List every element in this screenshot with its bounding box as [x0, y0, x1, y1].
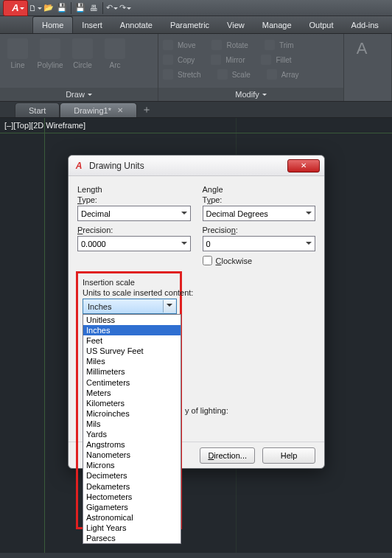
- angle-precision-label: Precision:: [203, 226, 316, 234]
- app-logo-icon: A: [73, 160, 85, 172]
- length-precision-select[interactable]: 0.0000: [77, 236, 191, 251]
- draw-circle-button[interactable]: Circle: [69, 38, 96, 69]
- modify-copy[interactable]: Copy: [163, 55, 195, 65]
- unit-option[interactable]: Angstroms: [83, 439, 181, 450]
- unit-option[interactable]: Inches: [83, 325, 181, 335]
- unit-option[interactable]: Millimeters: [83, 366, 181, 377]
- drawing-units-dialog: A Drawing Units ✕ Length Type: Decimal P…: [68, 155, 325, 469]
- unit-option[interactable]: Feet: [83, 335, 181, 346]
- tab-home[interactable]: Home: [32, 16, 73, 33]
- qat-saveas-icon[interactable]: 💾: [74, 2, 86, 14]
- length-group-label: Length: [77, 185, 191, 194]
- tab-parametric[interactable]: Parametric: [161, 16, 218, 33]
- insertion-scale-highlight: Insertion scale Units to scale inserted …: [76, 271, 182, 529]
- modify-rotate[interactable]: Rotate: [211, 40, 248, 50]
- modify-fillet[interactable]: Fillet: [261, 55, 291, 65]
- document-tabs: Start Drawing1*✕ ＋: [0, 102, 392, 118]
- unit-option[interactable]: Gigameters: [83, 502, 181, 512]
- clockwise-input[interactable]: [203, 256, 212, 265]
- unit-option[interactable]: Kilometers: [83, 398, 181, 408]
- clockwise-checkbox[interactable]: Clockwise: [203, 256, 316, 265]
- chevron-down-icon[interactable]: [163, 300, 175, 313]
- qat-plot-icon[interactable]: 🖶: [88, 2, 99, 14]
- angle-precision-select[interactable]: 0: [203, 236, 316, 251]
- ribbon: Line Polyline Circle Arc Draw Move Rotat…: [0, 34, 392, 102]
- unit-option[interactable]: Yards: [83, 429, 181, 439]
- unit-option[interactable]: Meters: [83, 388, 181, 398]
- lighting-label-partial: y of lighting:: [185, 406, 228, 415]
- viewport-label[interactable]: [–][Top][2D Wireframe]: [0, 118, 392, 133]
- modify-scale[interactable]: Scale: [217, 69, 251, 80]
- qat-new-icon[interactable]: 🗋: [29, 2, 41, 14]
- draw-arc-button[interactable]: Arc: [102, 38, 128, 69]
- length-type-label: Type:: [77, 195, 191, 204]
- qat-redo-icon[interactable]: ↷: [119, 2, 131, 14]
- modify-stretch[interactable]: Stretch: [163, 69, 201, 80]
- direction-button[interactable]: Direction...: [200, 447, 255, 464]
- doc-tab-start[interactable]: Start: [15, 102, 60, 117]
- length-precision-label: Precision:: [77, 226, 191, 234]
- modify-move[interactable]: Move: [163, 40, 195, 50]
- tab-addins[interactable]: Add-ins: [343, 16, 388, 33]
- unit-option[interactable]: Microinches: [83, 408, 181, 419]
- unit-option[interactable]: Dekameters: [83, 481, 181, 492]
- new-doc-tab-button[interactable]: ＋: [139, 102, 154, 117]
- unit-option[interactable]: Decimeters: [83, 470, 181, 481]
- panel-title-draw[interactable]: Draw: [0, 88, 158, 101]
- unit-option[interactable]: Hectometers: [83, 492, 181, 502]
- angle-type-label: Type:: [203, 195, 316, 204]
- unit-option[interactable]: US Survey Feet: [83, 346, 181, 356]
- unit-option[interactable]: Unitless: [83, 315, 181, 325]
- qat-open-icon[interactable]: 📂: [43, 2, 55, 14]
- dialog-title: Drawing Units: [89, 161, 144, 171]
- dialog-titlebar[interactable]: A Drawing Units ✕: [69, 156, 324, 176]
- tab-output[interactable]: Output: [301, 16, 343, 33]
- unit-option[interactable]: Parsecs: [83, 533, 181, 543]
- quick-access-toolbar: A 🗋 📂 💾 💾 🖶 ↶ ↷: [0, 0, 392, 16]
- unit-option[interactable]: Mils: [83, 419, 181, 429]
- tab-insert[interactable]: Insert: [73, 16, 111, 33]
- unit-option[interactable]: Miles: [83, 356, 181, 366]
- insertion-units-label: Units to scale inserted content:: [83, 288, 175, 297]
- qat-save-icon[interactable]: 💾: [56, 2, 68, 14]
- unit-option[interactable]: Nanometers: [83, 450, 181, 460]
- annotate-text[interactable]: A: [349, 38, 375, 59]
- angle-type-select[interactable]: Decimal Degrees: [203, 206, 316, 221]
- ribbon-tabs: Home Insert Annotate Parametric View Man…: [0, 16, 392, 34]
- unit-option[interactable]: Centimeters: [83, 377, 181, 388]
- close-icon[interactable]: ✕: [117, 106, 123, 114]
- insertion-units-dropdown[interactable]: Unitless Inches Feet US Survey Feet Mile…: [83, 314, 181, 544]
- tab-manage[interactable]: Manage: [253, 16, 301, 33]
- modify-mirror[interactable]: Mirror: [211, 55, 245, 65]
- qat-undo-icon[interactable]: ↶: [106, 2, 118, 14]
- app-menu-button[interactable]: A: [3, 0, 28, 16]
- modify-trim[interactable]: Trim: [265, 40, 294, 50]
- tab-view[interactable]: View: [218, 16, 253, 33]
- unit-option[interactable]: Light Years: [83, 523, 181, 533]
- tab-annotate[interactable]: Annotate: [111, 16, 161, 33]
- unit-option[interactable]: Microns: [83, 460, 181, 470]
- length-type-select[interactable]: Decimal: [77, 206, 191, 221]
- doc-tab-drawing1[interactable]: Drawing1*✕: [60, 102, 137, 117]
- modify-array[interactable]: Array: [267, 69, 299, 80]
- drawing-canvas[interactable]: [–][Top][2D Wireframe] A Drawing Units ✕…: [0, 118, 392, 553]
- draw-polyline-button[interactable]: Polyline: [37, 38, 63, 69]
- draw-line-button[interactable]: Line: [4, 38, 31, 69]
- insertion-units-select[interactable]: Inches: [83, 299, 177, 314]
- dialog-close-button[interactable]: ✕: [287, 159, 320, 172]
- help-button[interactable]: Help: [262, 447, 315, 464]
- panel-title-modify[interactable]: Modify: [158, 88, 343, 101]
- angle-group-label: Angle: [203, 185, 316, 194]
- unit-option[interactable]: Astronomical: [83, 512, 181, 523]
- insertion-scale-label: Insertion scale: [83, 278, 175, 287]
